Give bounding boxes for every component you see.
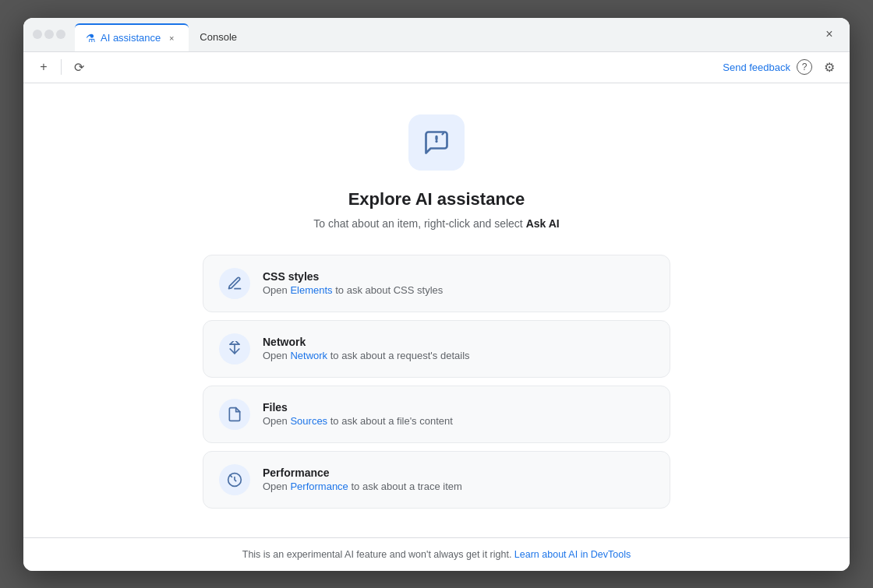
tab-ai-assistance[interactable]: ⚗ AI assistance ×	[75, 23, 189, 51]
feature-cards: CSS styles Open Elements to ask about CS…	[203, 255, 670, 509]
files-desc-prefix: Open	[263, 415, 290, 427]
ai-icon-container	[408, 114, 465, 171]
tab-close-button[interactable]: ×	[165, 32, 178, 44]
toolbar: + ⟳ Send feedback ? ⚙	[23, 52, 850, 83]
subtitle-prefix: To chat about an item, right-click and s…	[313, 217, 525, 230]
performance-desc-suffix: to ask about a trace item	[348, 481, 462, 492]
css-desc-prefix: Open	[263, 284, 290, 296]
dot-icon[interactable]	[56, 30, 65, 39]
dot-icon[interactable]	[33, 30, 42, 39]
performance-desc-prefix: Open	[263, 481, 290, 492]
tab-label: Console	[200, 31, 237, 43]
files-desc-suffix: to ask about a file's content	[327, 415, 453, 427]
tab-label: AI assistance	[101, 32, 161, 44]
flask-icon: ⚗	[86, 32, 96, 44]
page-subtitle: To chat about an item, right-click and s…	[313, 217, 559, 230]
css-desc-suffix: to ask about CSS styles	[333, 284, 444, 296]
network-title: Network	[263, 336, 470, 348]
footer: This is an experimental AI feature and w…	[23, 537, 850, 571]
css-styles-text: CSS styles Open Elements to ask about CS…	[263, 270, 443, 296]
performance-desc: Open Performance to ask about a trace it…	[263, 481, 462, 492]
gear-icon: ⚙	[824, 60, 835, 75]
footer-text: This is an experimental AI feature and w…	[242, 549, 514, 560]
sources-link[interactable]: Sources	[290, 415, 327, 427]
network-text: Network Open Network to ask about a requ…	[263, 336, 470, 361]
subtitle-bold: Ask AI	[526, 217, 560, 230]
plus-icon: +	[40, 60, 47, 74]
performance-title: Performance	[263, 467, 462, 479]
performance-card[interactable]: Performance Open Performance to ask abou…	[203, 451, 670, 509]
help-icon: ?	[797, 59, 812, 75]
window-close-button[interactable]: ×	[818, 23, 840, 45]
new-tab-button[interactable]: +	[33, 56, 55, 78]
css-icon-wrap	[219, 268, 250, 299]
ai-chat-icon	[422, 129, 451, 157]
files-title: Files	[263, 401, 453, 414]
tab-bar: ⚗ AI assistance × Console	[75, 18, 815, 51]
network-desc: Open Network to ask about a request's de…	[263, 350, 470, 361]
page-title: Explore AI assistance	[348, 189, 525, 209]
devtools-window: ⚗ AI assistance × Console × + ⟳ Send fee…	[23, 18, 850, 571]
settings-button[interactable]: ⚙	[818, 56, 840, 78]
files-desc: Open Sources to ask about a file's conte…	[263, 415, 453, 427]
file-icon	[227, 407, 242, 422]
performance-text: Performance Open Performance to ask abou…	[263, 467, 462, 492]
css-styles-title: CSS styles	[263, 270, 443, 283]
css-styles-card[interactable]: CSS styles Open Elements to ask about CS…	[203, 255, 670, 312]
footer-learn-link[interactable]: Learn about AI in DevTools	[514, 549, 631, 560]
network-icon-wrap	[219, 333, 250, 364]
toolbar-divider	[61, 59, 62, 75]
files-icon-wrap	[219, 399, 250, 430]
main-content: Explore AI assistance To chat about an i…	[23, 83, 850, 537]
performance-icon-wrap	[219, 464, 250, 495]
network-desc-suffix: to ask about a request's details	[327, 350, 469, 361]
files-text: Files Open Sources to ask about a file's…	[263, 401, 453, 427]
performance-link[interactable]: Performance	[290, 481, 348, 492]
tab-console[interactable]: Console	[189, 23, 248, 51]
css-styles-desc: Open Elements to ask about CSS styles	[263, 284, 443, 296]
elements-link[interactable]: Elements	[290, 284, 332, 296]
gauge-icon	[227, 472, 242, 488]
window-controls	[33, 30, 65, 39]
network-card[interactable]: Network Open Network to ask about a requ…	[203, 320, 670, 378]
network-link[interactable]: Network	[290, 350, 327, 361]
send-feedback-link[interactable]: Send feedback	[723, 62, 790, 73]
pencil-icon	[227, 276, 242, 291]
help-button[interactable]: ?	[793, 56, 815, 78]
network-desc-prefix: Open	[263, 350, 290, 361]
files-card[interactable]: Files Open Sources to ask about a file's…	[203, 386, 670, 443]
dot-icon[interactable]	[44, 30, 54, 39]
history-button[interactable]: ⟳	[68, 56, 90, 78]
title-bar: ⚗ AI assistance × Console ×	[23, 18, 850, 52]
history-icon: ⟳	[74, 60, 84, 75]
arrows-icon	[227, 341, 242, 357]
